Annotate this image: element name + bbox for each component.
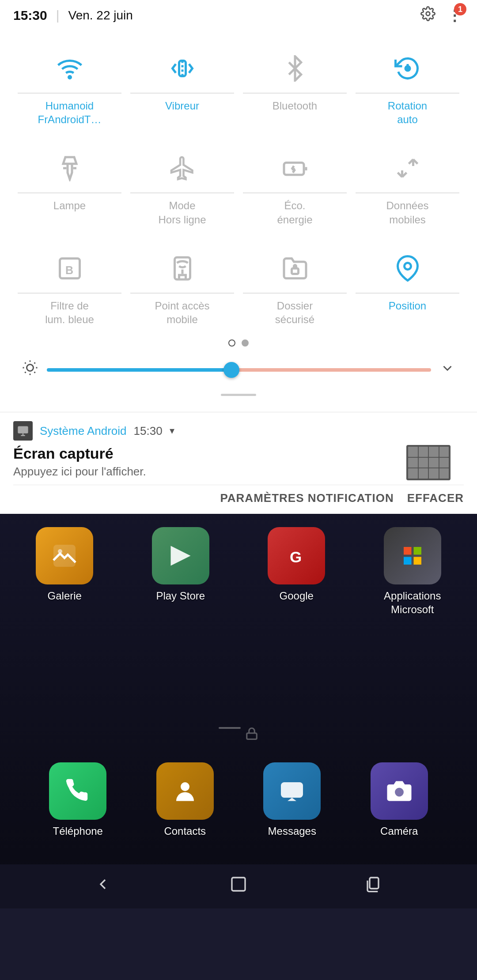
svg-point-39: [181, 782, 189, 791]
svg-point-0: [426, 12, 430, 16]
brightness-icon: [22, 360, 38, 380]
microsoft-icon: [384, 527, 441, 584]
bottom-dock: Téléphone Contacts Messages: [9, 754, 468, 856]
toggle-divider: [18, 293, 121, 294]
torch-icon-wrap: [50, 148, 90, 188]
app-galerie[interactable]: Galerie: [9, 527, 121, 616]
airplane-icon-wrap: [163, 148, 202, 188]
home-screen: Galerie Play Store G Google: [0, 514, 477, 864]
toggle-location[interactable]: Position: [351, 240, 464, 335]
toggle-mobile-data[interactable]: Donnéesmobiles: [351, 139, 464, 235]
toggle-hotspot[interactable]: Point accèsmobile: [126, 240, 238, 335]
toggle-bluetooth[interactable]: Bluetooth: [238, 40, 351, 135]
notification-settings-button[interactable]: PARAMÈTRES NOTIFICATION: [220, 491, 394, 505]
screenshot-thumbnail: [406, 445, 450, 480]
toggle-torch[interactable]: Lampe: [13, 139, 126, 235]
galerie-label: Galerie: [48, 589, 82, 603]
svg-point-41: [395, 788, 404, 796]
google-icon: G: [268, 527, 325, 584]
toggle-divider: [130, 192, 234, 193]
status-right: ⋮ 1: [420, 6, 464, 25]
brightness-control[interactable]: [13, 355, 464, 384]
toggle-divider: [18, 93, 121, 94]
toggle-divider: [356, 192, 459, 193]
toggle-vibrate[interactable]: Vibreur: [126, 40, 238, 135]
toggle-divider: [356, 293, 459, 294]
settings-icon[interactable]: [420, 6, 435, 25]
notification-badge[interactable]: ⋮ 1: [444, 6, 464, 25]
svg-rect-37: [413, 557, 421, 565]
svg-rect-42: [232, 878, 245, 891]
thumb-cell: [408, 447, 418, 457]
toggle-battery-saver[interactable]: Éco.énergie: [238, 139, 351, 235]
svg-rect-43: [370, 878, 379, 889]
app-google[interactable]: G Google: [241, 527, 352, 616]
toggle-grid-row2: Lampe ModeHors ligne: [13, 139, 464, 235]
android-icon: [13, 421, 33, 441]
battery-saver-icon-wrap: [275, 148, 315, 188]
app-camera[interactable]: Caméra: [348, 762, 451, 838]
thumb-cell: [439, 458, 449, 468]
brightness-slider[interactable]: [47, 368, 431, 372]
toggle-rotation[interactable]: Rotationauto: [351, 40, 464, 135]
page-dot-2: [242, 339, 249, 347]
home-button[interactable]: [230, 875, 247, 897]
rotation-label: Rotationauto: [388, 99, 427, 126]
bluetooth-icon-wrap: [275, 49, 315, 88]
drag-handle[interactable]: [13, 388, 464, 403]
svg-rect-34: [404, 547, 412, 555]
app-row-top: Galerie Play Store G Google: [9, 527, 468, 616]
svg-point-20: [404, 263, 411, 269]
notification-card[interactable]: Système Android 15:30 ▾ Écran capturé Ap…: [0, 412, 477, 514]
battery-saver-label: Éco.énergie: [277, 199, 312, 226]
phone-icon: [49, 762, 106, 820]
toggle-airplane[interactable]: ModeHors ligne: [126, 139, 238, 235]
svg-line-24: [25, 362, 26, 363]
galerie-icon: [36, 527, 93, 584]
app-messages[interactable]: Messages: [241, 762, 344, 838]
vibrate-icon-wrap: [163, 49, 202, 88]
status-time: 15:30: [13, 8, 47, 23]
notification-count: 1: [454, 3, 466, 15]
mobile-data-icon-wrap: [388, 148, 428, 188]
slider-thumb[interactable]: [223, 362, 239, 378]
camera-icon: [371, 762, 428, 820]
toggle-divider: [356, 93, 459, 94]
app-play-store[interactable]: Play Store: [125, 527, 237, 616]
notification-time: 15:30: [134, 424, 163, 438]
rotation-icon-wrap: [388, 49, 428, 88]
thumb-cell: [408, 458, 418, 468]
location-label: Position: [389, 299, 426, 313]
app-contacts[interactable]: Contacts: [134, 762, 237, 838]
recent-apps-button[interactable]: [365, 875, 383, 897]
notification-title: Écran capturé: [13, 445, 464, 462]
status-left: 15:30 | Ven. 22 juin: [13, 8, 133, 23]
airplane-label: ModeHors ligne: [158, 199, 206, 226]
toggle-divider: [243, 192, 347, 193]
toggle-divider: [130, 93, 234, 94]
app-phone[interactable]: Téléphone: [26, 762, 129, 838]
notification-expand-icon[interactable]: ▾: [170, 425, 174, 437]
back-button[interactable]: [94, 875, 112, 897]
toggle-secure-folder[interactable]: Dossiersécurisé: [238, 240, 351, 335]
svg-rect-2: [179, 61, 186, 76]
hotspot-label: Point accèsmobile: [155, 299, 209, 326]
toggle-grid-row1: HumanoidFrAndroidT… Vibreur: [13, 40, 464, 135]
vibrate-label: Vibreur: [165, 99, 199, 113]
bluetooth-label: Bluetooth: [273, 99, 317, 113]
home-spacer: [9, 630, 468, 718]
toggle-blue-filter[interactable]: B Filtre delum. bleue: [13, 240, 126, 335]
expand-brightness-icon[interactable]: [440, 361, 455, 379]
mobile-data-label: Donnéesmobiles: [386, 199, 428, 226]
app-microsoft[interactable]: ApplicationsMicrosoft: [357, 527, 469, 616]
toggle-grid-row3: B Filtre delum. bleue Point accèsmobile: [13, 240, 464, 335]
svg-rect-19: [292, 268, 298, 274]
secure-folder-icon-wrap: [275, 249, 315, 288]
notification-clear-button[interactable]: EFFACER: [407, 491, 464, 505]
play-store-label: Play Store: [156, 589, 205, 603]
secure-folder-label: Dossiersécurisé: [275, 299, 314, 326]
notification-content: Système Android 15:30 ▾ Écran capturé Ap…: [13, 421, 464, 505]
status-bar: 15:30 | Ven. 22 juin ⋮ 1: [0, 0, 477, 31]
hotspot-icon-wrap: [163, 249, 202, 288]
toggle-wifi[interactable]: HumanoidFrAndroidT…: [13, 40, 126, 135]
